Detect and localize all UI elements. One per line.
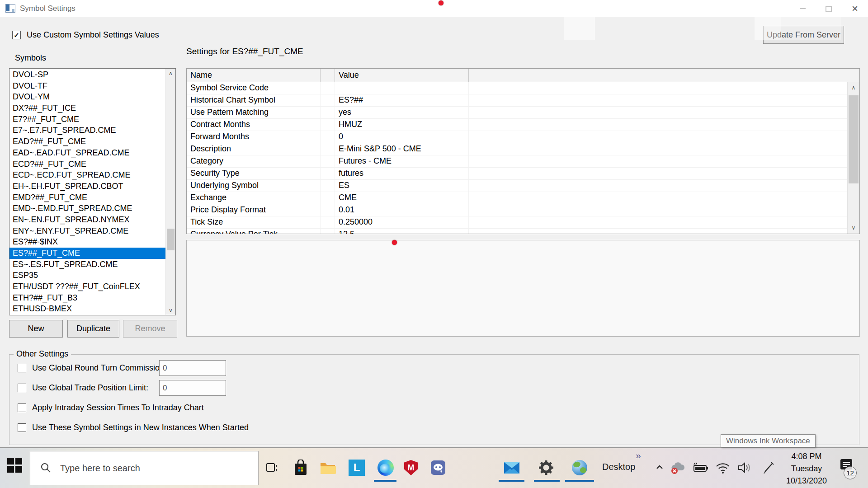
intraday-session-row: Apply Intraday Session Times To Intraday… [18,403,204,413]
file-explorer-button[interactable] [320,459,337,476]
start-button[interactable] [7,458,23,473]
settings-table-row[interactable]: Description E-Mini S&P 500 - CME [187,143,859,155]
symbol-list-item[interactable]: EMD?##_FUT_CME [9,192,166,203]
settings-table-row[interactable]: Use Pattern Matching yes [187,107,859,119]
symbol-list-item[interactable]: ESP35 [9,270,166,281]
column-header-name[interactable]: Name [187,69,321,82]
settings-table-row[interactable]: Forward Months 0 [187,131,859,143]
settings-table-row[interactable]: Security Type futures [187,168,859,180]
scroll-up-icon[interactable]: ∧ [848,82,859,94]
symbol-list-item[interactable]: E7~.E7.FUT_SPREAD.CME [9,125,166,136]
wifi-icon [715,461,731,474]
symbol-list-item[interactable]: DVOL-TF [9,80,166,92]
settings-button[interactable] [538,459,555,476]
search-input[interactable] [59,463,242,474]
toolbar-overflow-icon[interactable]: » [636,450,641,461]
scroll-down-icon[interactable]: ∨ [166,306,175,315]
symbol-list-item[interactable]: EAD?##_FUT_CME [9,136,166,147]
globe-app-button[interactable] [571,459,588,476]
symbols-listbox[interactable]: DVOL-SP DVOL-TF DVOL-YM DX?##_FUT_ICE E7… [9,68,176,315]
scroll-down-icon[interactable]: ∨ [848,222,859,234]
taskbar-clock[interactable]: 4:08 PM Tuesday 10/13/2020 [779,450,834,487]
settings-table-row[interactable]: Contract Months HMUZ [187,119,859,131]
taskbar-search[interactable] [30,451,259,485]
symbols-label: Symbols [15,53,46,63]
symbol-list-item[interactable]: EMD~.EMD.FUT_SPREAD.CME [9,203,166,214]
new-button[interactable]: New [9,320,63,338]
remove-button[interactable]: Remove [123,320,177,338]
symbol-list-item[interactable]: ETH/USDT ???##_FUT_CoinFLEX [9,281,166,292]
duplicate-button[interactable]: Duplicate [67,320,119,338]
settings-table-row[interactable]: Underlying Symbol ES [187,180,859,192]
battery-icon [692,461,709,474]
column-header-value[interactable]: Value [335,69,469,82]
symbol-list-item[interactable]: EH~.EH.FUT_SPREAD.CBOT [9,181,166,192]
show-hidden-icons-button[interactable] [651,459,668,476]
symbol-list-item[interactable]: ECD~.ECD.FUT_SPREAD.CME [9,169,166,181]
global-commission-label: Use Global Round Turn Commission: [32,363,166,373]
mail-icon [503,460,520,475]
symbol-list-item[interactable]: EN~.EN.FUT_SPREAD.NYMEX [9,214,166,225]
symbol-list-item[interactable]: ENY~.ENY.FUT_SPREAD.CME [9,225,166,237]
settings-table-row[interactable]: Exchange CME [187,192,859,204]
new-instances-checkbox[interactable] [18,423,26,432]
position-limit-checkbox[interactable] [18,384,26,392]
task-view-button[interactable] [263,459,280,476]
new-instances-label: Use These Symbol Settings in New Instanc… [32,423,249,432]
scrollbar-thumb[interactable] [167,229,175,250]
close-button[interactable]: × [842,0,868,17]
global-commission-checkbox[interactable] [18,364,26,372]
symbol-list-item[interactable]: EAD~.EAD.FUT_SPREAD.CME [9,147,166,159]
speaker-icon [736,461,752,474]
battery-tray-button[interactable] [692,459,709,476]
clock-tile [781,1,841,40]
edge-icon [377,460,394,476]
windows-ink-tray-button[interactable] [760,459,777,476]
intraday-session-checkbox[interactable] [18,404,26,412]
scrollbar-thumb[interactable] [849,95,859,183]
edge-button[interactable] [377,459,394,476]
settings-table-header[interactable]: Name Value [187,69,859,82]
edge-active-indicator [374,480,396,482]
onedrive-tray-button[interactable] [670,459,687,476]
mcafee-shield-icon: M [404,460,418,475]
symbol-list-item[interactable]: DX?##_FUT_ICE [9,103,166,114]
column-header-spacer [321,69,335,82]
volume-tray-button[interactable] [736,459,753,476]
symbol-list-item[interactable]: ES?##_FUT_CME [9,248,166,259]
l-app-button[interactable]: L [348,459,365,476]
mail-button[interactable] [503,459,520,476]
use-custom-checkbox[interactable]: ✓ [12,31,21,39]
settings-table-row[interactable]: Price Display Format 0.01 [187,204,859,216]
intraday-session-label: Apply Intraday Session Times To Intraday… [32,403,204,413]
globe-active-indicator [565,480,594,482]
settings-title: Settings for ES?##_FUT_CME [186,47,303,56]
symbol-list-item[interactable]: DVOL-YM [9,91,166,103]
symbol-list-item[interactable]: ES~.ES.FUT_SPREAD.CME [9,259,166,270]
symbol-list-item[interactable]: ETHUSD-BMEX [9,303,166,314]
microsoft-store-button[interactable] [292,459,309,476]
settings-table-row[interactable]: Category Futures - CME [187,155,859,168]
position-limit-input[interactable] [159,380,226,396]
discord-button[interactable] [429,459,447,476]
settings-table-row[interactable]: Currency Value Per Tick 12.5 [187,229,859,234]
symbol-list-item[interactable]: ECD?##_FUT_CME [9,159,166,170]
search-icon [40,462,52,474]
mcafee-button[interactable]: M [402,459,420,476]
symbol-list-item[interactable]: E7?##_FUT_CME [9,114,166,125]
symbols-scrollbar[interactable]: ∧ ∨ [165,69,175,315]
window-title: Symbol Settings [20,4,75,13]
settings-table-scrollbar[interactable]: ∧ ∨ [847,82,859,234]
globe-icon [572,460,587,475]
symbol-list-item[interactable]: ETH?##_FUT_B3 [9,292,166,304]
global-commission-input[interactable] [159,360,226,376]
settings-table-row[interactable]: Symbol Service Code [187,82,859,94]
settings-table-row[interactable]: Historical Chart Symbol ES?## [187,94,859,107]
settings-table-row[interactable]: Tick Size 0.250000 [187,216,859,229]
wifi-tray-button[interactable] [714,459,731,476]
scroll-up-icon[interactable]: ∧ [166,69,175,78]
symbol-list-item[interactable]: ES?##-$INX [9,236,166,248]
column-header-rest [469,69,859,82]
desktop-toolbar-label[interactable]: Desktop [602,462,635,472]
symbol-list-item[interactable]: DVOL-SP [9,69,166,80]
